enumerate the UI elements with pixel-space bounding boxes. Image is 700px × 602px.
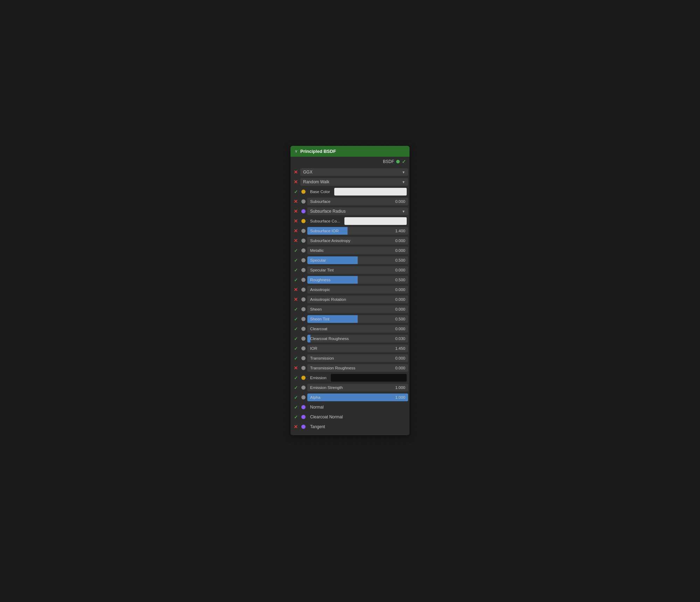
check-icon: ✓: [294, 375, 298, 381]
transmission-row[interactable]: ✓ Transmission 0.000: [290, 353, 410, 363]
check-icon: ✓: [294, 248, 298, 253]
tr-field[interactable]: Transmission Roughness 0.000: [307, 364, 408, 372]
bsdf-check-icon: ✓: [402, 159, 406, 164]
sior-left-icon: ✕: [292, 228, 300, 234]
normal-row: ✓ Normal: [290, 402, 410, 412]
x-icon: ✕: [294, 199, 298, 204]
roughness-field[interactable]: Roughness 0.500: [307, 276, 408, 284]
subsurface-ior-field[interactable]: Subsurface IOR 1.400: [307, 227, 408, 235]
emission-swatch[interactable]: [331, 374, 407, 382]
sa-field[interactable]: Subsurface Anisotropy 0.000: [307, 237, 408, 245]
roughness-socket: [301, 278, 306, 282]
base-color-row[interactable]: ✓ Base Color: [290, 187, 410, 197]
base-color-label: Base Color: [307, 190, 333, 194]
tangent-left-icon: ✕: [292, 424, 300, 430]
cc-socket: [301, 327, 306, 331]
x-icon: ✕: [294, 208, 298, 214]
random-walk-dropdown[interactable]: Random Walk ▼: [300, 178, 408, 186]
base-color-socket: [301, 190, 306, 194]
normal-socket: [301, 405, 306, 409]
specular-value: 0.500: [392, 258, 408, 262]
normal-label: Normal: [307, 405, 327, 410]
sr-arrow-icon: ▼: [402, 210, 405, 213]
sheen-field[interactable]: Sheen 0.000: [307, 305, 408, 313]
st-socket: [301, 268, 306, 272]
alpha-label: Alpha: [307, 395, 323, 399]
cn-label: Clearcoat Normal: [307, 415, 345, 419]
normal-left-icon: ✓: [292, 405, 300, 410]
subsurface-radius-row[interactable]: ✕ Subsurface Radius ▼: [290, 206, 410, 216]
node-header[interactable]: ∨ Principled BSDF: [290, 146, 410, 157]
check-icon: ✓: [294, 395, 298, 400]
metallic-row[interactable]: ✓ Metallic 0.000: [290, 246, 410, 255]
x-icon: ✕: [294, 169, 298, 175]
sior-value: 1.400: [392, 229, 408, 233]
subsurface-ior-row[interactable]: ✕ Subsurface IOR 1.400: [290, 226, 410, 236]
metallic-field[interactable]: Metallic 0.000: [307, 247, 408, 254]
node-title: Principled BSDF: [300, 149, 336, 154]
x-icon: ✕: [294, 287, 298, 292]
sc-left-icon: ✕: [292, 218, 300, 224]
ccr-field[interactable]: Clearcoat Roughness 0.030: [307, 335, 408, 342]
alpha-socket: [301, 395, 306, 399]
ggx-dropdown-row[interactable]: ✕ GGX ▼: [290, 167, 410, 177]
subsurface-row[interactable]: ✕ Subsurface 0.000: [290, 197, 410, 206]
es-label: Emission Strength: [307, 385, 345, 390]
roughness-row[interactable]: ✓ Roughness 0.500: [290, 275, 410, 285]
trans-field[interactable]: Transmission 0.000: [307, 354, 408, 362]
ccr-socket: [301, 337, 306, 341]
emission-row[interactable]: ✓ Emission: [290, 373, 410, 383]
check-icon: ✓: [294, 336, 298, 341]
transmission-roughness-row[interactable]: ✕ Transmission Roughness 0.000: [290, 363, 410, 373]
sc-swatch[interactable]: [344, 217, 407, 225]
subsurface-label: Subsurface: [307, 199, 333, 204]
subsurface-anisotropy-row[interactable]: ✕ Subsurface Anisotropy 0.000: [290, 236, 410, 246]
specular-row[interactable]: ✓ Specular 0.500: [290, 255, 410, 265]
specular-field[interactable]: Specular 0.500: [307, 256, 408, 264]
check-icon: ✓: [294, 346, 298, 351]
ior-row[interactable]: ✓ IOR 1.450: [290, 344, 410, 353]
cc-field[interactable]: Clearcoat 0.000: [307, 325, 408, 333]
sht-label: Sheen Tint: [307, 317, 332, 321]
aniso-field[interactable]: Anisotropic 0.000: [307, 286, 408, 293]
st-label: Specular Tint: [307, 268, 336, 272]
st-field[interactable]: Specular Tint 0.000: [307, 266, 408, 274]
random-walk-dropdown-row[interactable]: ✕ Random Walk ▼: [290, 177, 410, 187]
ar-label: Anisotropic Rotation: [307, 297, 349, 302]
alpha-value: 1.000: [392, 395, 408, 399]
es-field[interactable]: Emission Strength 1.000: [307, 384, 408, 391]
base-color-swatch[interactable]: [334, 188, 407, 196]
clearcoat-roughness-row[interactable]: ✓ Clearcoat Roughness 0.030: [290, 334, 410, 344]
tr-label: Transmission Roughness: [307, 366, 358, 370]
specular-left-icon: ✓: [292, 258, 300, 263]
metallic-socket: [301, 248, 306, 253]
sht-field[interactable]: Sheen Tint 0.500: [307, 315, 408, 323]
sa-value: 0.000: [392, 239, 408, 243]
subsurface-socket: [301, 199, 306, 204]
anisotropic-rotation-row[interactable]: ✕ Anisotropic Rotation 0.000: [290, 295, 410, 304]
aniso-socket: [301, 288, 306, 292]
tr-left-icon: ✕: [292, 365, 300, 371]
alpha-row[interactable]: ✓ Alpha 1.000: [290, 392, 410, 402]
clearcoat-row[interactable]: ✓ Clearcoat 0.000: [290, 324, 410, 334]
sht-left-icon: ✓: [292, 317, 300, 322]
sht-value: 0.500: [392, 317, 408, 321]
sheen-tint-row[interactable]: ✓ Sheen Tint 0.500: [290, 314, 410, 324]
ar-left-icon: ✕: [292, 297, 300, 302]
anisotropic-row[interactable]: ✕ Anisotropic 0.000: [290, 285, 410, 295]
specular-tint-row[interactable]: ✓ Specular Tint 0.000: [290, 265, 410, 275]
alpha-field[interactable]: Alpha 1.000: [307, 394, 408, 401]
aniso-left-icon: ✕: [292, 287, 300, 292]
base-color-left-icon: ✓: [292, 189, 300, 194]
ar-field[interactable]: Anisotropic Rotation 0.000: [307, 296, 408, 303]
sheen-row[interactable]: ✓ Sheen 0.000: [290, 304, 410, 314]
ggx-dropdown[interactable]: GGX ▼: [300, 168, 408, 176]
emission-socket: [301, 376, 306, 380]
collapse-chevron[interactable]: ∨: [295, 149, 298, 154]
sht-socket: [301, 317, 306, 321]
subsurface-color-row[interactable]: ✕ Subsurface Co...: [290, 216, 410, 226]
subsurface-radius-dropdown[interactable]: Subsurface Radius ▼: [307, 207, 408, 215]
emission-strength-row[interactable]: ✓ Emission Strength 1.000: [290, 383, 410, 392]
subsurface-field[interactable]: Subsurface 0.000: [307, 198, 408, 205]
ior-field[interactable]: IOR 1.450: [307, 345, 408, 352]
